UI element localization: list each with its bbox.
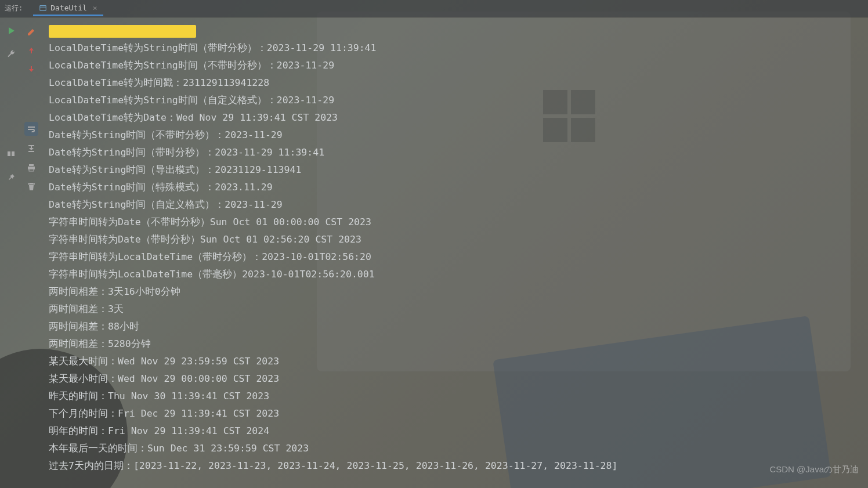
run-label: 运行: [0,3,28,13]
console-line: 字符串时间转为LocalDateTime（带时分秒）：2023-10-01T02… [49,248,862,266]
console-line: 两时间相差：88小时 [49,318,862,335]
svg-rect-3 [12,151,15,156]
console-line: LocalDateTime转为String时间（自定义格式）：2023-11-2… [49,92,862,109]
console-line: LocalDateTime转为String时间（不带时分秒）：2023-11-2… [49,57,862,74]
trash-icon[interactable] [26,181,37,191]
tab-title: DateUtil [50,3,87,12]
console-line: LocalDateTime转为Date：Wed Nov 29 11:39:41 … [49,109,862,126]
svg-rect-0 [40,6,46,11]
console-line: 字符串时间转为Date（不带时分秒）Sun Oct 01 00:00:00 CS… [49,214,862,231]
console-line: 明年的时间：Fri Nov 29 11:39:41 CST 2024 [49,422,862,440]
pin-icon[interactable] [6,172,16,182]
console-line-highlighted [49,22,862,39]
console-line: 两时间相差：3天 [49,301,862,318]
watermark: CSDN @Javaの甘乃迪 [769,464,859,475]
run-tool-window-header: 运行: DateUtil × [0,0,868,17]
layout-icon[interactable] [6,149,16,159]
console-line: Date转为String时间（导出模式）：20231129-113941 [49,161,862,179]
console-line: 过去7天内的日期：[2023-11-22, 2023-11-23, 2023-1… [49,457,862,475]
console-line: 某天最小时间：Wed Nov 29 00:00:00 CST 2023 [49,370,862,388]
scroll-to-end-icon[interactable] [26,144,37,154]
console-line: LocalDateTime转为String时间（带时分秒）：2023-11-29… [49,39,862,57]
console-line: 某天最大时间：Wed Nov 29 23:59:59 CST 2023 [49,353,862,370]
left-toolbar-secondary [22,17,41,488]
console-line: Date转为String时间（不带时分秒）：2023-11-29 [49,126,862,144]
console-line: Date转为String时间（带时分秒）：2023-11-29 11:39:41 [49,144,862,161]
run-icon[interactable] [6,26,16,36]
edit-icon[interactable] [26,27,37,37]
down-arrow-icon[interactable] [26,64,37,74]
console-line: Date转为String时间（特殊模式）：2023.11.29 [49,179,862,196]
wrench-icon[interactable] [6,49,16,59]
console-line: 字符串时间转为Date（带时分秒）Sun Oct 01 02:56:20 CST… [49,231,862,248]
run-tab-active[interactable]: DateUtil × [33,1,103,16]
soft-wrap-icon[interactable] [24,122,38,136]
close-icon[interactable]: × [93,3,97,12]
console-line: 本年最后一天的时间：Sun Dec 31 23:59:59 CST 2023 [49,440,862,457]
console-line: 两时间相差：5280分钟 [49,335,862,353]
left-toolbar-primary [0,17,22,488]
application-icon [39,3,47,12]
svg-rect-2 [8,151,10,156]
console-line: 字符串时间转为LocalDateTime（带毫秒）2023-10-01T02:5… [49,266,862,283]
console-line: 昨天的时间：Thu Nov 30 11:39:41 CST 2023 [49,388,862,405]
svg-rect-4 [29,164,34,166]
console-line: Date转为String时间（自定义格式）：2023-11-29 [49,196,862,214]
console-output[interactable]: LocalDateTime转为String时间（带时分秒）：2023-11-29… [41,17,868,488]
console-line: LocalDateTime转为时间戳：231129113941228 [49,74,862,92]
console-line: 两时间相差：3天16小时0分钟 [49,283,862,301]
console-line: 下个月的时间：Fri Dec 29 11:39:41 CST 2023 [49,405,862,422]
print-icon[interactable] [26,162,37,173]
up-arrow-icon[interactable] [26,45,37,56]
